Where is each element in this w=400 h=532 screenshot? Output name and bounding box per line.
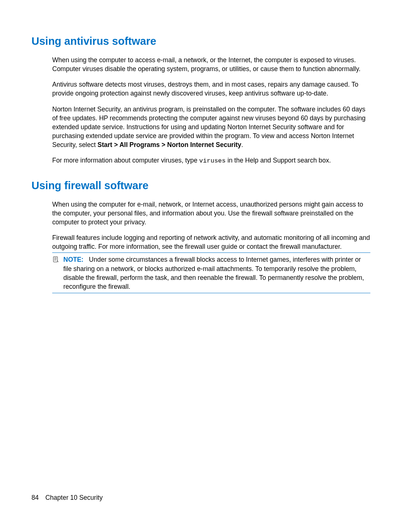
section1-para3-post: . <box>241 141 243 148</box>
page-number: 84 <box>31 494 39 502</box>
page-footer: 84 Chapter 10 Security <box>31 494 103 502</box>
section1-para4: For more information about computer viru… <box>52 156 370 165</box>
note-body: Under some circumstances a firewall bloc… <box>63 256 364 290</box>
section2-body: When using the computer for e-mail, netw… <box>31 200 370 251</box>
svg-rect-0 <box>53 257 57 262</box>
section1-para3-bold: Start > All Programs > Norton Internet S… <box>97 141 241 148</box>
section1-body: When using the computer to access e-mail… <box>31 56 370 165</box>
section1-para4-post: in the Help and Support search box. <box>226 157 331 164</box>
section1-heading: Using antivirus software <box>31 35 370 47</box>
note-text: NOTE: Under some circumstances a firewal… <box>63 255 370 291</box>
section1-para3: Norton Internet Security, an antivirus p… <box>52 105 370 150</box>
section2-para1: When using the computer for e-mail, netw… <box>52 200 370 227</box>
chapter-label: Chapter 10 Security <box>45 494 103 502</box>
note-box: NOTE: Under some circumstances a firewal… <box>52 252 370 293</box>
section2-heading: Using firewall software <box>31 180 370 192</box>
section2-para2: Firewall features include logging and re… <box>52 233 370 251</box>
section1-para4-pre: For more information about computer viru… <box>52 157 199 164</box>
note-label: NOTE: <box>63 256 83 263</box>
document-page: Using antivirus software When using the … <box>0 0 400 315</box>
section1-para4-code: viruses <box>199 157 226 164</box>
section1-para2: Antivirus software detects most viruses,… <box>52 80 370 98</box>
note-icon <box>52 256 60 264</box>
section1-para1: When using the computer to access e-mail… <box>52 56 370 73</box>
